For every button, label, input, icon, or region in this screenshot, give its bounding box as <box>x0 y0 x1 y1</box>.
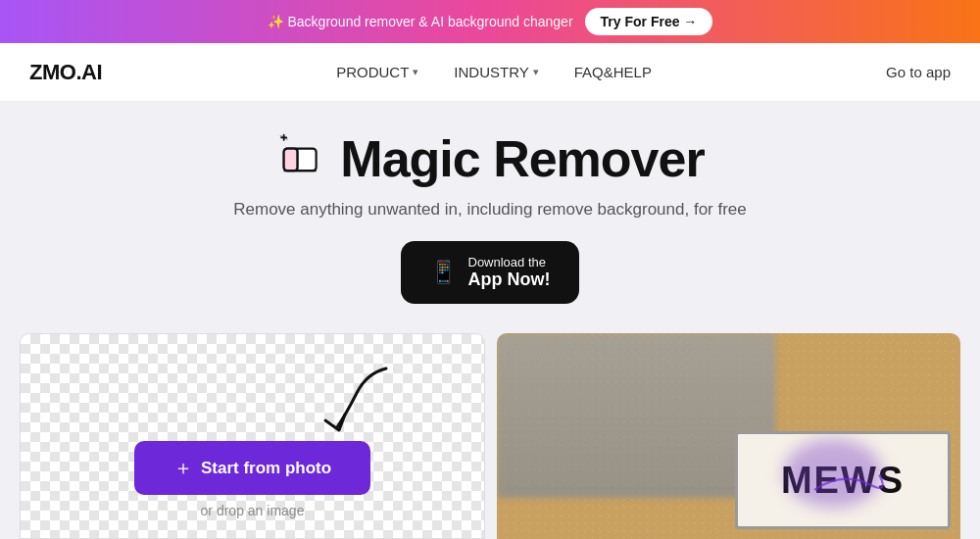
navbar: ZMO.AI PRODUCT ▾ INDUSTRY ▾ FAQ&HELP Go … <box>0 43 980 102</box>
nav-product[interactable]: PRODUCT ▾ <box>336 64 418 80</box>
sign-board: MEWS <box>735 431 951 529</box>
nav-faq[interactable]: FAQ&HELP <box>574 64 652 80</box>
hero-subtitle: Remove anything unwanted in, including r… <box>20 200 960 220</box>
go-to-app-link[interactable]: Go to app <box>886 64 951 80</box>
eraser-icon <box>275 133 326 184</box>
drop-text: or drop an image <box>201 503 305 518</box>
phone-icon: 📱 <box>430 260 457 285</box>
promo-banner: ✨ Background remover & AI background cha… <box>0 0 980 43</box>
try-free-button[interactable]: Try For Free → <box>585 8 713 35</box>
download-btn-top: Download the <box>468 255 551 270</box>
hero-section: Magic Remover Remove anything unwanted i… <box>0 102 980 323</box>
download-btn-bottom: App Now! <box>468 270 551 290</box>
start-from-photo-button[interactable]: ＋ Start from photo <box>134 441 370 495</box>
nav-industry[interactable]: INDUSTRY ▾ <box>454 64 538 80</box>
upload-panel: ＋ Start from photo or drop an image <box>20 333 485 539</box>
logo: ZMO.AI <box>29 60 102 85</box>
svg-rect-4 <box>284 149 298 172</box>
chevron-down-icon: ▾ <box>413 66 418 78</box>
purple-blob <box>784 439 882 508</box>
hero-title: Magic Remover <box>340 129 704 188</box>
start-btn-label: Start from photo <box>201 459 331 478</box>
photo-panel: MEWS <box>497 333 960 539</box>
arrow-icon <box>308 364 406 442</box>
chevron-down-icon: ▾ <box>533 66 539 78</box>
download-app-button[interactable]: 📱 Download the App Now! <box>401 241 580 304</box>
banner-text: ✨ Background remover & AI background cha… <box>268 14 573 29</box>
street-sign: MEWS <box>735 431 951 529</box>
hero-title-wrap: Magic Remover <box>20 129 960 188</box>
plus-icon: ＋ <box>173 455 193 481</box>
background-building <box>497 333 775 498</box>
demo-area: ＋ Start from photo or drop an image MEWS <box>0 333 980 539</box>
nav-links: PRODUCT ▾ INDUSTRY ▾ FAQ&HELP <box>336 64 652 80</box>
